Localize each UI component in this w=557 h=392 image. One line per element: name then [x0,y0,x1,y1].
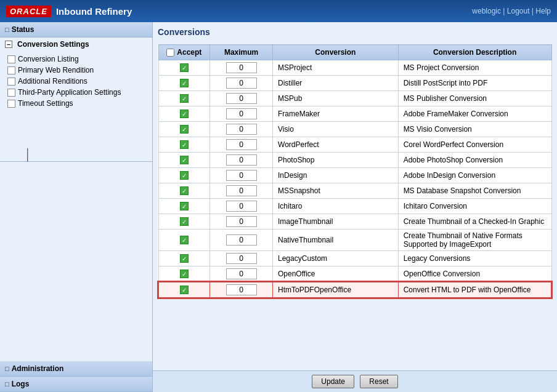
accept-cell: ✓ [158,282,210,298]
conversion-cell: HtmToPDFOpenOffice [273,282,399,298]
accept-checkbox[interactable]: ✓ [180,140,189,149]
table-row: ✓IchitaroIchitaro Conversion [158,199,551,214]
table-row: ✓DistillerDistill PostScript into PDF [158,76,551,91]
accept-checkbox[interactable]: ✓ [180,94,189,103]
table-row: ✓FrameMakerAdobe FrameMaker Conversion [158,106,551,122]
cursor-area: │ [0,111,152,161]
accept-checkbox[interactable]: ✓ [180,156,189,164]
reset-button[interactable]: Reset [360,375,397,388]
administration-label: Administration [12,364,64,373]
description-cell: MS Visio Conversion [398,122,551,137]
maximum-cell [210,91,273,106]
conversion-cell: MSPub [273,91,399,106]
maximum-input[interactable] [226,284,257,295]
accept-checkbox[interactable]: ✓ [180,202,189,210]
conversion-cell: Ichitaro [273,199,399,214]
accept-checkbox[interactable]: ✓ [180,286,189,294]
accept-header-label: Accept [177,48,201,57]
conversion-cell: ImageThumbnail [273,214,399,230]
help-link[interactable]: Help [535,7,551,15]
table-row: ✓MSPubMS Publisher Conversion [158,91,551,106]
sidebar-item-primary-web-rendition[interactable]: Primary Web Rendition [0,65,152,76]
accept-checkbox[interactable]: ✓ [180,63,189,72]
accept-checkbox[interactable]: ✓ [180,171,189,180]
description-cell: MS Database Snapshot Conversion [398,183,551,199]
sidebar-item-conversion-listing[interactable]: Conversion Listing [0,54,152,65]
description-cell: Corel WordPerfect Conversion [398,137,551,153]
maximum-input[interactable] [226,154,257,166]
sidebar-item-additional-renditions[interactable]: Additional Renditions [0,76,152,87]
conversion-settings-header[interactable]: – Conversion Settings [0,38,152,51]
status-plus-icon: □ [5,26,9,33]
accept-checkbox[interactable]: ✓ [180,79,189,87]
administration-header[interactable]: □ Administration [0,361,152,376]
status-section: □ Status [0,22,152,38]
maximum-input[interactable] [226,185,257,196]
conversion-cell: MSProject [273,60,399,76]
logs-plus-icon: □ [5,380,9,388]
maximum-input[interactable] [226,93,257,104]
footer: Update Reset [153,370,557,392]
weblogic-link[interactable]: weblogic [472,7,501,15]
accept-checkbox[interactable]: ✓ [180,236,189,244]
description-cell: MS Publisher Conversion [398,91,551,106]
maximum-input[interactable] [226,170,257,181]
conversion-settings-label: Conversion Settings [17,40,89,49]
conversion-cell: OpenOffice [273,266,399,282]
table-row: ✓NativeThumbnailCreate Thumbnail of Nati… [158,230,551,251]
maximum-cell [210,76,273,91]
description-cell: Adobe FrameMaker Conversion [398,106,551,122]
accept-all-checkbox[interactable] [166,49,174,57]
sidebar-item-label-third-party: Third-Party Application Settings [18,88,121,97]
description-cell: Adobe PhotoShop Conversion [398,153,551,168]
accept-cell: ✓ [158,137,210,153]
conversion-minus-icon: – [5,41,12,48]
maximum-cell [210,251,273,266]
sidebar-item-timeout-settings[interactable]: Timeout Settings [0,98,152,109]
maximum-input[interactable] [226,78,257,89]
logs-header[interactable]: □ Logs [0,377,152,391]
maximum-input[interactable] [226,253,257,264]
maximum-cell [210,183,273,199]
maximum-input[interactable] [226,139,257,150]
accept-cell: ✓ [158,122,210,137]
status-section-header[interactable]: □ Status [0,22,152,37]
accept-checkbox[interactable]: ✓ [180,186,189,195]
maximum-input[interactable] [226,201,257,212]
administration-section: □ Administration [0,361,152,377]
maximum-cell [210,122,273,137]
update-button[interactable]: Update [312,375,354,388]
header: ORACLE Inbound Refinery weblogic | Logou… [0,0,557,22]
sidebar-item-third-party[interactable]: Third-Party Application Settings [0,87,152,98]
maximum-cell [210,137,273,153]
table-row: ✓LegacyCustomLegacy Conversions [158,251,551,266]
conversion-cell: InDesign [273,168,399,183]
maximum-input[interactable] [226,216,257,227]
status-label: Status [12,25,35,34]
main-wrapper: Conversions Accept Maximum Conversion Co… [153,22,557,392]
table-body: ✓MSProjectMS Project Conversion✓Distille… [158,60,551,298]
accept-header-cell: Accept [164,48,205,57]
logout-link[interactable]: Logout [507,7,530,15]
accept-checkbox[interactable]: ✓ [180,217,189,226]
sidebar-spacer [0,162,152,361]
maximum-input[interactable] [226,234,257,246]
accept-cell: ✓ [158,60,210,76]
maximum-input[interactable] [226,108,257,119]
page-icon-additional [7,78,15,86]
header-logo: ORACLE Inbound Refinery [6,6,132,17]
maximum-cell [210,230,273,251]
layout: □ Status – Conversion Settings Conversio… [0,22,557,392]
maximum-input[interactable] [226,62,257,73]
accept-checkbox[interactable]: ✓ [180,110,189,118]
accept-checkbox[interactable]: ✓ [180,254,189,263]
accept-checkbox[interactable]: ✓ [180,125,189,134]
maximum-input[interactable] [226,268,257,279]
logs-section: □ Logs [0,377,152,392]
accept-cell: ✓ [158,168,210,183]
header-links: weblogic | Logout | Help [472,7,551,15]
accept-checkbox[interactable]: ✓ [180,270,189,278]
maximum-input[interactable] [226,124,257,135]
page-icon-rendition [7,66,15,74]
accept-cell: ✓ [158,106,210,122]
